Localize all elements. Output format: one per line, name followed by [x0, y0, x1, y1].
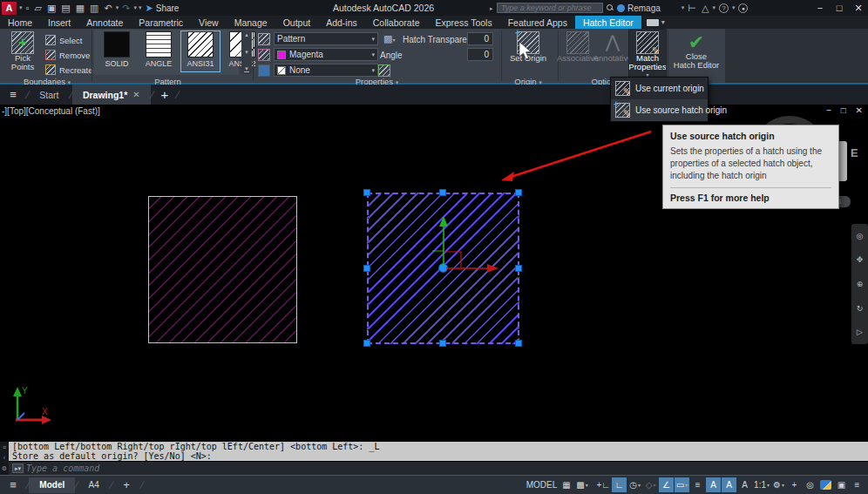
user-avatar[interactable] [617, 4, 625, 12]
customize-status-icon[interactable]: ≡ [850, 477, 865, 492]
command-window-grip[interactable]: ≡ ‹ ⚙ [0, 442, 9, 475]
layout-a4-tab[interactable]: A4 [78, 477, 110, 493]
workspace-gear-icon[interactable]: ⚙▾ [771, 477, 786, 492]
hatch-type-dropdown[interactable]: Pattern▾ [274, 32, 378, 45]
app-menu-caret-icon[interactable]: ▾ [19, 4, 23, 11]
tab-collaborate[interactable]: Collaborate [365, 16, 428, 29]
minimize-button[interactable]: − [810, 3, 830, 13]
isodraft-icon[interactable]: ◇▾ [643, 477, 658, 492]
osnap-tracking-icon[interactable]: ∠ [659, 477, 674, 492]
hatch-object-left[interactable] [148, 196, 297, 343]
polar-tracking-icon[interactable]: ◷▾ [627, 477, 642, 492]
restore-button[interactable]: □ [830, 3, 849, 13]
pattern-tile-ansi31[interactable]: ANSI31 [181, 31, 220, 71]
graphics-performance-icon[interactable] [818, 477, 833, 492]
search-icon[interactable] [607, 4, 614, 11]
scroll-up-icon[interactable]: ▲ [244, 32, 249, 37]
plot-icon[interactable]: ▦ [76, 3, 85, 14]
new-file-icon[interactable]: ▫ [26, 3, 30, 13]
tab-hatch-editor[interactable]: Hatch Editor [575, 16, 641, 29]
tab-output[interactable]: Output [275, 16, 319, 29]
grip-top-mid[interactable] [439, 189, 446, 196]
command-input-row[interactable]: ▸▾ [9, 461, 868, 475]
match-properties-button[interactable]: ✎ Match Properties ▾ [629, 30, 666, 80]
app-menu-button[interactable]: A [2, 2, 17, 15]
redo-icon[interactable]: ↷ [122, 3, 130, 14]
menu-item-use-current-origin[interactable]: ✎ Use current origin [611, 78, 708, 99]
associative-button[interactable]: ↗ Associative [561, 31, 594, 63]
recreate-button[interactable]: Recreate [45, 64, 93, 75]
annotation-scale-value[interactable]: 1:1▾ [753, 477, 770, 492]
share-icon[interactable]: ➤ [146, 3, 153, 14]
pick-points-button[interactable]: + Pick Points [3, 31, 42, 72]
tab-manage[interactable]: Manage [227, 16, 275, 29]
object-snap-icon[interactable]: ▭▾ [675, 477, 689, 492]
close-button[interactable]: ✕ [849, 3, 868, 14]
search-collapse-icon[interactable]: ▸ [490, 5, 493, 12]
model-tab[interactable]: Model [29, 477, 75, 493]
nav-motion-icon[interactable]: ▷ [857, 328, 863, 336]
pattern-tile-solid[interactable]: SOLID [98, 31, 136, 71]
command-history[interactable]: [bottom Left/bottom Right/top rIght/top … [9, 442, 868, 461]
isolate-objects-icon[interactable]: ◎ [803, 477, 817, 492]
save-as-icon[interactable]: ▤ [61, 3, 70, 14]
tab-insert[interactable]: Insert [40, 16, 78, 29]
tab-annotate[interactable]: Annotate [78, 16, 131, 29]
model-space-toggle[interactable]: MODEL [525, 477, 558, 492]
grip-bottom-right[interactable] [515, 340, 522, 347]
ribbon-display-toggle[interactable]: ▾ [641, 16, 670, 29]
tab-express-tools[interactable]: Express Tools [427, 16, 499, 29]
undo-caret-icon[interactable]: ▾ [116, 4, 119, 11]
annotation-scale-icon[interactable]: A [737, 477, 752, 492]
tab-parametric[interactable]: Parametric [131, 16, 191, 29]
hatch-color-dropdown[interactable]: Magenta▾ [274, 48, 378, 61]
grid-toggle-icon[interactable]: ▦ [559, 477, 573, 492]
close-drawing-icon[interactable]: ✕ [132, 90, 139, 99]
autodesk-apps-caret-icon[interactable]: ▾ [712, 4, 715, 11]
feedback-icon[interactable]: ● [738, 3, 748, 13]
viewport-window-buttons[interactable]: − □ ✕ [826, 105, 866, 115]
file-tabs-menu-icon[interactable]: ≡ [0, 85, 26, 105]
redo-caret-icon[interactable]: ▾ [133, 4, 137, 11]
transparency-layer-icon[interactable]: ▩▾ [383, 33, 396, 45]
search-box[interactable] [497, 3, 603, 13]
nav-orbit-icon[interactable]: ↻ [857, 304, 864, 313]
tab-drawing1[interactable]: Drawing1* ✕ [72, 85, 151, 105]
command-input[interactable] [26, 464, 868, 473]
grip-mid-right[interactable] [515, 265, 522, 272]
scroll-down-icon[interactable]: ▼ [244, 50, 249, 55]
save-icon[interactable]: ▣ [47, 3, 56, 14]
new-layout-button[interactable]: + [112, 477, 140, 493]
lineweight-icon[interactable]: ≡ [690, 477, 705, 492]
annotation-monitor-icon[interactable]: + [787, 477, 802, 492]
autodesk-apps-icon[interactable]: △ [702, 3, 709, 14]
annotation-autoscale-icon[interactable]: A [722, 477, 736, 492]
app-store-cart-icon[interactable]: ⊢ [688, 3, 696, 14]
open-folder-icon[interactable]: ▱ [34, 3, 41, 14]
tab-add-ins[interactable]: Add-ins [318, 16, 365, 29]
background-color-dropdown[interactable]: None▾ [274, 64, 378, 77]
command-customize-icon[interactable]: ≡ [3, 444, 6, 450]
tab-home[interactable]: Home [0, 16, 40, 29]
navigation-bar[interactable]: ◎ ✥ ⊕ ↻ ▷ [851, 224, 868, 344]
pattern-gallery-scroll[interactable]: ▲ ▼ ▼ [241, 30, 252, 74]
grip-bottom-left[interactable] [363, 340, 370, 347]
remove-button[interactable]: Remove [45, 50, 90, 60]
pattern-tile-angle[interactable]: ANGLE [139, 31, 178, 71]
nav-pan-icon[interactable]: ✥ [857, 255, 864, 264]
nav-wheel-icon[interactable]: ◎ [857, 232, 864, 240]
tab-start[interactable]: Start [29, 85, 69, 105]
user-name[interactable]: Remaga [627, 3, 661, 13]
command-collapse-icon[interactable]: ‹ [3, 455, 5, 461]
angle-value[interactable]: 0 [467, 48, 493, 61]
user-caret-icon[interactable]: ▾ [682, 4, 685, 11]
share-button[interactable]: Share [156, 3, 180, 13]
command-wrench-icon[interactable]: ⚙ [2, 465, 7, 472]
layout-tabs-menu-icon[interactable]: ≡ [0, 478, 26, 491]
print-icon[interactable]: ▥ [90, 3, 98, 14]
undo-icon[interactable]: ↶ [105, 3, 112, 14]
tab-featured-apps[interactable]: Featured Apps [500, 16, 575, 29]
menu-item-use-source-hatch-origin[interactable]: +✎ Use source hatch origin [611, 99, 708, 121]
gallery-expand-icon[interactable]: ▼ [244, 66, 249, 72]
hatch-transparency-value[interactable]: 0 [467, 32, 493, 45]
